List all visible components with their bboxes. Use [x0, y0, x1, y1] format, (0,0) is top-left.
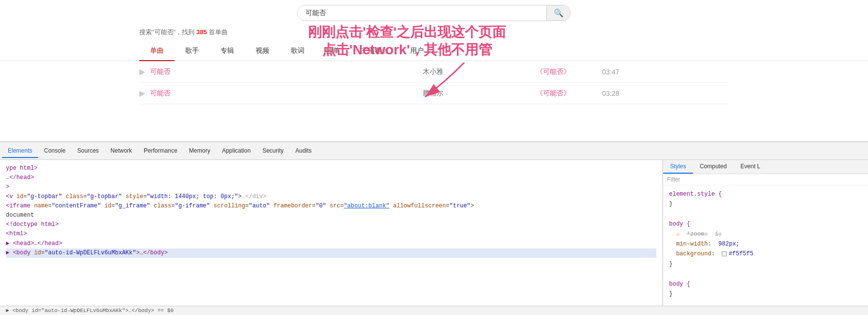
search-button[interactable]: 🔍 — [546, 5, 570, 21]
play-icon[interactable]: ▶ — [139, 67, 145, 76]
devtools-tabs: Elements Console Sources Network Perform… — [0, 142, 868, 160]
song-name[interactable]: 可能否 — [150, 68, 316, 76]
code-line: ► <head>…</head> — [6, 239, 656, 248]
devtools-tab-console[interactable]: Console — [38, 144, 71, 158]
css-property: min-width: — [676, 241, 711, 248]
code-line: <!doctype html> — [6, 220, 656, 229]
styles-tabs: Styles Computed Event L — [663, 160, 868, 174]
search-result-text: 搜索"可能否"，找到 385 首单曲 — [0, 24, 868, 42]
css-rule-body2: body { } — [669, 279, 862, 299]
css-close: } — [669, 201, 673, 207]
tab-styles[interactable]: Styles — [663, 160, 693, 174]
css-value: 982px; — [718, 241, 739, 248]
tab-single[interactable]: 单曲 — [139, 42, 174, 61]
table-row: ▶ 可能否 木小雅 《可能否》 03:47 — [139, 61, 729, 83]
code-line: <iframe name="contentFrame" id="g_iframe… — [6, 202, 656, 211]
play-icon[interactable]: ▶ — [139, 89, 145, 98]
tab-radio[interactable]: 主播电台 — [350, 42, 399, 61]
css-value: 1; — [715, 231, 722, 238]
devtools-tab-memory[interactable]: Memory — [183, 144, 216, 158]
css-rule: element.style { } — [669, 189, 862, 209]
css-rule-body: body { ⚠ *zoom: 1; min-width: 982px; bac… — [669, 219, 862, 269]
music-tabs: 单曲 歌手 专辑 视频 歌词 歌单 主播电台 用户 — [0, 42, 868, 61]
search-input[interactable] — [298, 6, 546, 20]
css-value: #f5f5f5 — [729, 250, 753, 257]
devtools-tab-performance[interactable]: Performance — [138, 144, 183, 158]
css-close: } — [669, 261, 673, 268]
code-line: …</head> — [6, 173, 656, 182]
devtools-tab-elements[interactable]: Elements — [2, 144, 38, 158]
devtools-tab-audits[interactable]: Audits — [289, 144, 317, 158]
code-line: document — [6, 211, 656, 220]
devtools-tab-security[interactable]: Security — [257, 144, 289, 158]
tab-computed[interactable]: Computed — [693, 160, 734, 174]
css-selector-body: body { — [669, 221, 690, 227]
css-property: *zoom: — [687, 231, 708, 238]
devtools-tab-sources[interactable]: Sources — [71, 144, 105, 158]
devtools-status-bar: ► <body id="auto-id-WpDELFLv6uMbxAKk">…<… — [0, 306, 868, 315]
song-album[interactable]: 《可能否》 — [443, 89, 570, 98]
song-artist: 木小雅 — [316, 68, 443, 76]
song-list: ▶ 可能否 木小雅 《可能否》 03:47 ▶ 可能否 腾格尔 《可能否》 03… — [0, 61, 868, 104]
devtools-body: ype html> …</head> > <v id="g-topbar" cl… — [0, 160, 868, 306]
code-line: ype html> — [6, 164, 656, 173]
styles-panel: Styles Computed Event L Filter element.s… — [663, 160, 868, 306]
tab-lyrics[interactable]: 歌词 — [280, 42, 315, 61]
status-text: ► <body id="auto-id-WpDELFLv6uMbxAKk">…<… — [6, 308, 174, 314]
result-count: 385 — [196, 28, 207, 36]
search-bar: 🔍 — [297, 5, 571, 21]
tab-video[interactable]: 视频 — [245, 42, 280, 61]
tab-user[interactable]: 用户 — [399, 42, 434, 61]
filter-bar: Filter — [663, 174, 868, 185]
css-warning-icon: ⚠ — [676, 231, 679, 238]
css-close: } — [669, 291, 673, 297]
code-line: > — [6, 182, 656, 192]
css-property: background: — [676, 250, 715, 257]
code-line: <html> — [6, 229, 656, 239]
song-album[interactable]: 《可能否》 — [443, 68, 570, 76]
song-duration: 03:47 — [570, 68, 619, 76]
devtools-tab-network[interactable]: Network — [105, 144, 138, 158]
devtools-tab-application[interactable]: Application — [216, 144, 257, 158]
song-name[interactable]: 可能否 — [150, 89, 316, 98]
code-line-body: ► <body id="auto-id-WpDELFLv6uMbxAKk">…<… — [6, 248, 656, 258]
search-bar-container: 🔍 — [0, 0, 868, 24]
code-panel[interactable]: ype html> …</head> > <v id="g-topbar" cl… — [0, 160, 663, 306]
song-duration: 03:28 — [570, 90, 619, 97]
website-area: 🔍 搜索"可能否"，找到 385 首单曲 单曲 歌手 专辑 视频 歌词 歌单 主… — [0, 0, 868, 142]
devtools-panel: Elements Console Sources Network Perform… — [0, 142, 868, 315]
tab-event-listeners[interactable]: Event L — [734, 160, 767, 174]
filter-label: Filter — [667, 176, 680, 183]
styles-content: element.style { } body { ⚠ *zoom: 1; min… — [663, 185, 868, 303]
css-selector: element.style { — [669, 191, 722, 198]
css-color-box — [722, 251, 727, 256]
css-selector-body2: body { — [669, 281, 690, 288]
tab-singer[interactable]: 歌手 — [174, 42, 210, 61]
table-row: ▶ 可能否 腾格尔 《可能否》 03:28 — [139, 83, 729, 104]
song-artist: 腾格尔 — [316, 89, 443, 98]
tab-playlist[interactable]: 歌单 — [315, 42, 350, 61]
code-line: <v id="g-topbar" class="g-topbar" style=… — [6, 192, 656, 202]
tab-album[interactable]: 专辑 — [210, 42, 245, 61]
